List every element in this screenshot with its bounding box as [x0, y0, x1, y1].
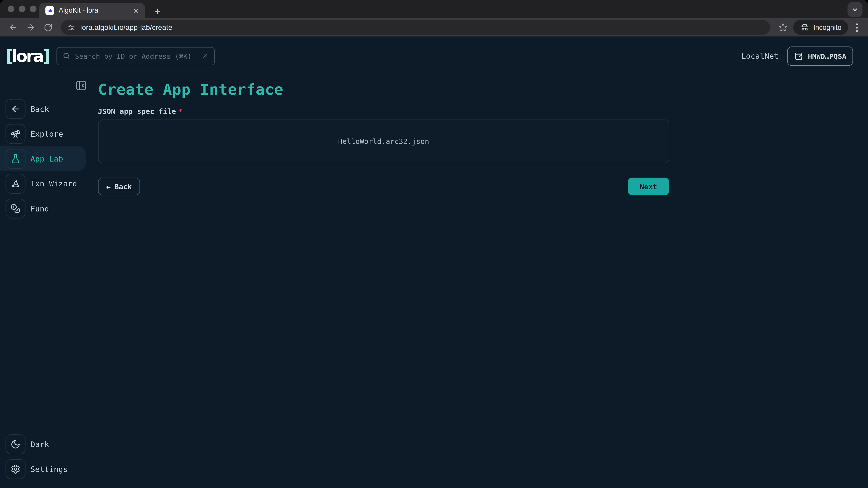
flask-icon: [5, 149, 25, 168]
sidebar-item-label: Back: [31, 104, 49, 113]
tab-favicon: [ak]: [45, 6, 54, 15]
incognito-label: Incognito: [813, 24, 841, 31]
sidebar-footer: Dark Settings: [0, 431, 90, 488]
page-title: Create App Interface: [98, 81, 868, 98]
sidebar-item-explore[interactable]: Explore: [0, 121, 86, 146]
logo-bracket-left: [: [5, 46, 11, 66]
next-button[interactable]: Next: [627, 177, 669, 195]
sidebar-item-txn-wizard[interactable]: Txn Wizard: [0, 171, 86, 196]
search-icon: [63, 52, 70, 60]
tab-strip: [ak] AlgoKit - lora: [0, 0, 868, 18]
browser-menu-icon[interactable]: [851, 23, 863, 32]
browser-chrome: [ak] AlgoKit - lora: [0, 0, 868, 37]
tab-close-icon[interactable]: [131, 5, 141, 15]
app-page: [lora] LocalNet HMWD…PQSA: [0, 37, 868, 488]
incognito-icon: [800, 23, 809, 32]
body-row: Back Explore App Lab: [0, 75, 868, 488]
field-label: JSON app spec file*: [98, 107, 868, 116]
wallet-address-label: HMWD…PQSA: [808, 52, 846, 60]
logo-name: lora: [12, 46, 43, 66]
back-button-label: Back: [115, 182, 132, 191]
moon-icon: [5, 434, 25, 454]
url-bar[interactable]: lora.algokit.io/app-lab/create: [61, 20, 770, 35]
app-header: [lora] LocalNet HMWD…PQSA: [0, 37, 868, 75]
back-button[interactable]: ←Back: [98, 177, 140, 195]
telescope-icon: [5, 124, 25, 143]
browser-tab[interactable]: [ak] AlgoKit - lora: [39, 3, 145, 18]
minimize-window-button[interactable]: [19, 5, 25, 12]
incognito-badge: Incognito: [794, 20, 848, 35]
search-bar[interactable]: [57, 47, 215, 65]
browser-window: [ak] AlgoKit - lora: [0, 0, 868, 488]
network-label[interactable]: LocalNet: [741, 52, 778, 60]
sidebar-collapse-button[interactable]: [75, 80, 87, 91]
back-arrow-icon: ←: [106, 182, 111, 191]
sidebar: Back Explore App Lab: [0, 75, 90, 488]
main-content: Create App Interface JSON app spec file*…: [90, 75, 868, 488]
sidebar-item-settings[interactable]: Settings: [0, 456, 86, 481]
sidebar-item-label: Dark: [31, 440, 49, 449]
url-text: lora.algokit.io/app-lab/create: [80, 23, 172, 32]
panel-left-close-icon: [75, 80, 87, 91]
coins-icon: [5, 198, 25, 218]
field-label-text: JSON app spec file: [98, 107, 176, 116]
gear-icon: [5, 459, 25, 479]
sidebar-item-label: Fund: [31, 204, 49, 213]
sidebar-item-fund[interactable]: Fund: [0, 196, 86, 221]
browser-back-icon[interactable]: [5, 20, 20, 35]
sidebar-nav: Back Explore App Lab: [0, 96, 90, 221]
sidebar-item-back[interactable]: Back: [0, 96, 86, 121]
close-window-button[interactable]: [8, 5, 14, 12]
search-input[interactable]: [75, 52, 198, 60]
sidebar-item-label: App Lab: [31, 154, 63, 163]
required-marker: *: [178, 107, 182, 116]
scale-wrapper: [ak] AlgoKit - lora: [0, 0, 868, 488]
sidebar-item-app-lab[interactable]: App Lab: [0, 146, 86, 171]
arrow-left-icon: [5, 99, 25, 119]
sidebar-item-label: Explore: [31, 129, 63, 138]
search-clear-icon[interactable]: [202, 53, 209, 59]
bookmark-star-icon[interactable]: [776, 20, 790, 35]
maximize-window-button[interactable]: [30, 5, 36, 12]
wallet-icon: [794, 51, 804, 61]
site-settings-icon[interactable]: [68, 24, 75, 31]
tab-title: AlgoKit - lora: [59, 6, 131, 14]
browser-reload-icon[interactable]: [41, 20, 55, 35]
new-tab-button[interactable]: [151, 4, 164, 18]
uploaded-file-name: HelloWorld.arc32.json: [338, 137, 429, 145]
browser-forward-icon[interactable]: [23, 20, 38, 35]
file-dropzone[interactable]: HelloWorld.arc32.json: [98, 120, 669, 163]
sidebar-item-dark-mode[interactable]: Dark: [0, 431, 86, 456]
logo-bracket-right: ]: [43, 46, 49, 66]
sidebar-item-label: Settings: [31, 464, 68, 473]
wizard-hat-icon: [5, 173, 25, 193]
header-right: LocalNet HMWD…PQSA: [741, 46, 853, 66]
sidebar-item-label: Txn Wizard: [31, 179, 77, 188]
wallet-button[interactable]: HMWD…PQSA: [787, 46, 853, 66]
lora-logo[interactable]: [lora]: [5, 46, 49, 66]
traffic-lights[interactable]: [8, 5, 36, 12]
form-actions: ←Back Next: [98, 177, 669, 195]
tab-search-chevron-button[interactable]: [847, 2, 862, 17]
browser-toolbar: lora.algokit.io/app-lab/create Incognito: [0, 18, 868, 37]
